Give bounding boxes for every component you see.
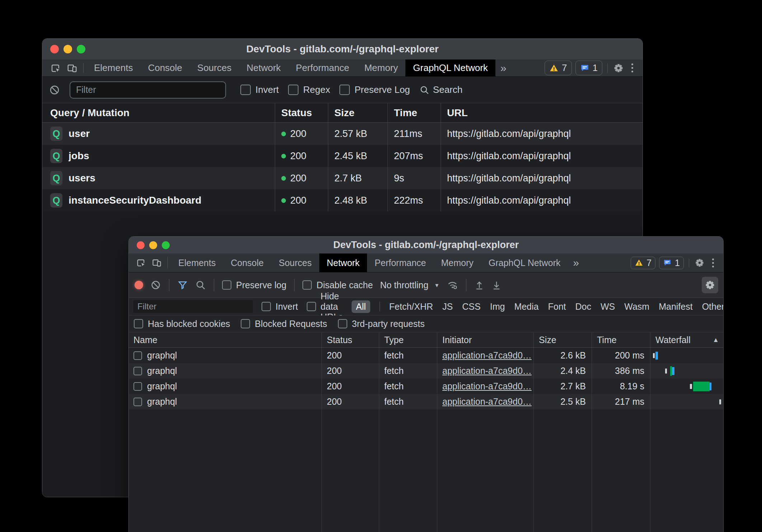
zoom-button[interactable] (162, 241, 170, 249)
col-size[interactable]: Size (328, 103, 387, 122)
search-icon[interactable] (195, 280, 206, 290)
col-waterfall[interactable]: Waterfall ▲ (650, 332, 723, 347)
inspect-icon[interactable] (133, 253, 149, 272)
tab-elements[interactable]: Elements (86, 60, 140, 76)
type-filter-font[interactable]: Font (548, 301, 566, 312)
issues-badge[interactable]: 1 (575, 61, 602, 75)
invert-checkbox[interactable]: Invert (262, 301, 298, 312)
tab-memory[interactable]: Memory (357, 60, 405, 76)
type-filter-js[interactable]: JS (442, 301, 453, 312)
col-size[interactable]: Size (533, 332, 592, 347)
waterfall-bar (650, 379, 723, 394)
col-initiator[interactable]: Initiator (437, 332, 533, 347)
tab-graphql-network[interactable]: GraphQL Network (481, 253, 568, 272)
more-tabs-icon[interactable]: » (495, 60, 512, 76)
row-checkbox[interactable] (133, 382, 142, 391)
type-filter-manifest[interactable]: Manifest (659, 301, 692, 312)
col-query-mutation[interactable]: Query / Mutation (42, 103, 275, 122)
issues-badge[interactable]: 1 (659, 257, 684, 269)
network-filter-input[interactable] (133, 300, 253, 313)
export-har-icon[interactable] (491, 280, 502, 290)
record-button[interactable] (135, 281, 143, 289)
row-checkbox[interactable] (133, 367, 142, 375)
initiator-link[interactable]: application-a7ca9d0… (442, 350, 532, 361)
type-filter-ws[interactable]: WS (601, 301, 615, 312)
graphql-row[interactable]: QinstanceSecurityDashboard 200 2.48 kB 2… (42, 189, 643, 212)
has-blocked-cookies-checkbox[interactable]: Has blocked cookies (134, 319, 230, 329)
initiator-link[interactable]: application-a7ca9d0… (442, 366, 532, 376)
tab-network[interactable]: Network (239, 60, 288, 76)
type-filter-fetch-xhr[interactable]: Fetch/XHR (389, 301, 433, 312)
network-request-row[interactable]: graphql 200 fetch application-a7ca9d0… 2… (129, 348, 723, 363)
tab-elements[interactable]: Elements (171, 253, 223, 272)
checkbox (288, 85, 298, 95)
tab-sources[interactable]: Sources (190, 60, 239, 76)
third-party-requests-checkbox[interactable]: 3rd-party requests (338, 319, 425, 329)
import-har-icon[interactable] (474, 280, 484, 290)
col-status[interactable]: Status (321, 332, 379, 347)
titlebar[interactable]: DevTools - gitlab.com/-/graphql-explorer (129, 237, 723, 253)
tab-memory[interactable]: Memory (433, 253, 481, 272)
more-tabs-icon[interactable]: » (568, 253, 584, 272)
search-toggle[interactable]: Search (419, 84, 462, 95)
col-url[interactable]: URL (441, 103, 643, 122)
initiator-link[interactable]: application-a7ca9d0… (442, 396, 532, 407)
graphql-row[interactable]: Qusers 200 2.7 kB 9s https://gitlab.com/… (42, 167, 643, 189)
settings-gear-icon[interactable] (694, 257, 705, 268)
preserve-log-checkbox[interactable]: Preserve Log (339, 84, 410, 95)
close-button[interactable] (50, 45, 59, 53)
titlebar[interactable]: DevTools - gitlab.com/-/graphql-explorer (42, 39, 643, 60)
row-checkbox[interactable] (133, 398, 142, 406)
tab-performance[interactable]: Performance (367, 253, 433, 272)
regex-checkbox[interactable]: Regex (288, 84, 330, 95)
filter-input[interactable] (70, 81, 226, 99)
close-button[interactable] (137, 241, 145, 249)
type-filter-img[interactable]: Img (490, 301, 505, 312)
invert-checkbox[interactable]: Invert (240, 84, 279, 95)
tab-console[interactable]: Console (223, 253, 271, 272)
zoom-button[interactable] (77, 45, 85, 53)
network-request-row[interactable]: graphql 200 fetch application-a7ca9d0… 2… (129, 379, 723, 394)
col-name[interactable]: Name (129, 332, 321, 347)
col-type[interactable]: Type (379, 332, 437, 347)
tab-performance[interactable]: Performance (288, 60, 357, 76)
minimize-button[interactable] (64, 45, 72, 53)
warnings-badge[interactable]: 7 (545, 61, 572, 75)
device-toolbar-icon[interactable] (149, 253, 165, 272)
minimize-button[interactable] (149, 241, 157, 249)
device-toolbar-icon[interactable] (64, 60, 80, 76)
more-options-icon[interactable] (628, 63, 637, 72)
type-filter-all[interactable]: All (352, 300, 370, 313)
col-status[interactable]: Status (275, 103, 328, 122)
type-filter-css[interactable]: CSS (462, 301, 480, 312)
row-checkbox[interactable] (133, 351, 142, 360)
disable-cache-checkbox[interactable]: Disable cache (302, 280, 373, 290)
type-filter-wasm[interactable]: Wasm (624, 301, 649, 312)
filter-funnel-icon[interactable] (177, 280, 188, 290)
type-filter-other[interactable]: Other (702, 301, 724, 312)
network-settings-button[interactable] (702, 277, 718, 293)
type-filter-doc[interactable]: Doc (575, 301, 591, 312)
network-request-row[interactable]: graphql 200 fetch application-a7ca9d0… 2… (129, 394, 723, 409)
clear-icon[interactable] (49, 84, 60, 96)
initiator-link[interactable]: application-a7ca9d0… (442, 381, 532, 391)
inspect-icon[interactable] (47, 60, 64, 76)
clear-icon[interactable] (150, 280, 161, 290)
throttling-dropdown[interactable]: No throttling ▼ (380, 280, 439, 290)
graphql-row[interactable]: Qjobs 200 2.45 kB 207ms https://gitlab.c… (42, 145, 643, 167)
preserve-log-checkbox[interactable]: Preserve log (222, 280, 286, 290)
warnings-badge[interactable]: 7 (631, 257, 655, 269)
settings-gear-icon[interactable] (613, 62, 624, 74)
col-time[interactable]: Time (592, 332, 650, 347)
tab-console[interactable]: Console (140, 60, 189, 76)
blocked-requests-checkbox[interactable]: Blocked Requests (241, 319, 327, 329)
tab-graphql-network[interactable]: GraphQL Network (405, 60, 495, 76)
network-conditions-icon[interactable] (447, 279, 458, 291)
tab-network[interactable]: Network (319, 253, 367, 272)
graphql-row[interactable]: Quser 200 2.57 kB 211ms https://gitlab.c… (42, 123, 643, 145)
type-filter-media[interactable]: Media (514, 301, 538, 312)
network-request-row[interactable]: graphql 200 fetch application-a7ca9d0… 2… (129, 363, 723, 379)
more-options-icon[interactable] (709, 258, 718, 267)
tab-sources[interactable]: Sources (271, 253, 319, 272)
col-time[interactable]: Time (387, 103, 441, 122)
